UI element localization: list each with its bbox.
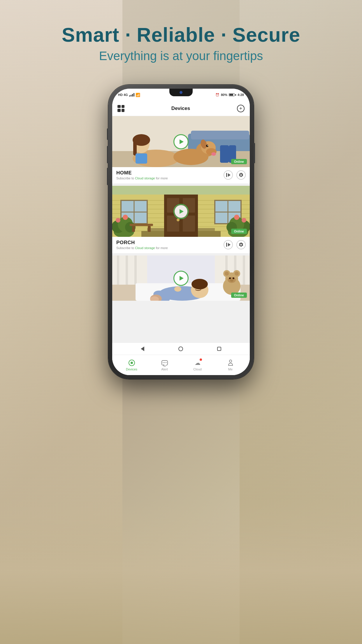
- svg-point-50: [116, 218, 120, 223]
- grid-cell-4: [122, 109, 125, 112]
- svg-rect-60: [148, 226, 151, 232]
- nursery-online-badge: Online: [231, 293, 247, 298]
- android-navbar-area: [112, 346, 250, 351]
- camera-dot: [131, 362, 133, 364]
- porch-play-button[interactable]: [175, 205, 187, 218]
- chat-bubble-icon: [161, 360, 168, 365]
- svg-point-14: [211, 152, 216, 156]
- camera-sub-home: Subscribe to Cloud storage for more: [116, 176, 224, 180]
- svg-point-84: [225, 272, 229, 276]
- chat-dot-1: [163, 362, 164, 363]
- svg-point-51: [123, 215, 128, 220]
- devices-nav-icon: [128, 359, 136, 367]
- camera-info-left-porch: PORCH Subscribe to Cloud storage for mor…: [116, 240, 224, 250]
- person-head: [229, 360, 232, 363]
- cloud-link-home[interactable]: Cloud storage: [135, 176, 155, 180]
- sub-prefix-home: Subscribe to: [116, 176, 135, 180]
- nav-item-cloud[interactable]: ☁ Cloud: [181, 359, 214, 371]
- playback-triangle-home: [228, 173, 231, 177]
- nav-item-me[interactable]: Me: [214, 359, 247, 371]
- sub-suffix-home: for more: [155, 176, 168, 180]
- porch-playback-button[interactable]: [224, 240, 233, 249]
- playback-composite-porch: [226, 243, 231, 247]
- nav-label-cloud: Cloud: [193, 368, 202, 371]
- porch-play-ring: [173, 204, 189, 219]
- battery-pct: 80%: [221, 93, 227, 97]
- time-display: 4:28: [238, 93, 244, 97]
- status-left: HD 4G 📶: [118, 93, 140, 97]
- home-settings-button[interactable]: [236, 170, 246, 180]
- battery-tip: [235, 94, 236, 96]
- phone-outer: HD 4G 📶 ⏰ 80%: [108, 85, 254, 379]
- home-online-badge: Online: [231, 159, 247, 164]
- battery-fill: [229, 94, 233, 96]
- camera-name-home: HOME: [116, 170, 224, 176]
- recents-button[interactable]: [217, 347, 221, 351]
- power-button: [254, 143, 255, 163]
- playback-bar-home: [226, 173, 227, 177]
- phone-wrapper: HD 4G 📶 ⏰ 80%: [108, 85, 254, 379]
- me-nav-icon: [227, 359, 234, 367]
- add-device-button[interactable]: +: [237, 105, 245, 112]
- camera-card-nursery: Online: [112, 256, 250, 301]
- svg-point-79: [174, 286, 181, 292]
- alert-nav-icon: [161, 359, 168, 367]
- cloud-icon: ☁: [195, 359, 201, 366]
- signal-bar-4: [133, 93, 134, 97]
- playback-bar-porch: [226, 243, 227, 247]
- nav-item-alert[interactable]: Alert: [148, 359, 181, 371]
- battery-icon: [229, 93, 236, 96]
- chat-dot-3: [166, 362, 166, 363]
- status-right: ⏰ 80% 4:28: [215, 93, 244, 97]
- signal-bar-1: [129, 95, 130, 97]
- home-gear-icon: [238, 172, 244, 178]
- person-body: [228, 363, 233, 366]
- camera-thumb-porch[interactable]: Online: [112, 186, 250, 237]
- svg-point-57: [234, 215, 239, 220]
- home-play-button[interactable]: [175, 135, 187, 148]
- signal-bars: [129, 93, 134, 97]
- playback-composite-home: [226, 173, 231, 177]
- svg-point-89: [230, 279, 233, 282]
- svg-point-17: [208, 145, 208, 146]
- phone-screen: HD 4G 📶 ⏰ 80%: [112, 89, 250, 375]
- chat-dot-2: [164, 362, 165, 363]
- svg-point-85: [235, 272, 239, 276]
- signal-bar-2: [131, 95, 131, 97]
- svg-rect-8: [133, 141, 137, 155]
- porch-online-badge: Online: [231, 229, 247, 234]
- chat-dots: [163, 362, 166, 363]
- alarm-icon: ⏰: [215, 93, 219, 97]
- back-button[interactable]: [141, 346, 144, 351]
- home-playback-button[interactable]: [224, 170, 233, 180]
- sub-prefix-porch: Subscribe to: [116, 246, 135, 250]
- camera-sub-porch: Subscribe to Cloud storage for more: [116, 246, 224, 250]
- nursery-play-button[interactable]: [175, 272, 187, 285]
- camera-thumb-nursery[interactable]: Online: [112, 256, 250, 301]
- signal-bar-3: [132, 94, 133, 97]
- headline-sub: Everything is at your fingertips: [0, 49, 362, 63]
- camera-info-home: HOME Subscribe to Cloud storage for more: [112, 167, 250, 183]
- bg-floor: [0, 498, 362, 644]
- svg-point-37: [177, 218, 180, 221]
- android-nav: [112, 342, 250, 355]
- svg-rect-58: [130, 224, 153, 226]
- camera-card-home: Online HOME Subscribe to Cloud storage f…: [112, 116, 250, 183]
- grid-cell-1: [117, 105, 121, 108]
- porch-settings-button[interactable]: [236, 240, 246, 249]
- camera-thumb-home[interactable]: Online: [112, 116, 250, 167]
- person-icon: [228, 360, 233, 366]
- porch-gear-icon: [238, 242, 244, 247]
- home-button[interactable]: [178, 346, 183, 351]
- notch: [169, 89, 193, 96]
- nursery-play-ring: [173, 271, 189, 286]
- nav-label-alert: Alert: [161, 368, 168, 371]
- camera-info-porch: PORCH Subscribe to Cloud storage for mor…: [112, 237, 250, 253]
- cloud-link-porch[interactable]: Cloud storage: [135, 246, 155, 250]
- headline-main: Smart · Reliable · Secure: [0, 23, 362, 46]
- nav-item-devices[interactable]: Devices: [115, 359, 148, 371]
- svg-rect-59: [132, 226, 135, 232]
- grid-view-icon[interactable]: [117, 105, 124, 112]
- vol-down-button: [107, 168, 108, 185]
- battery-body: [229, 93, 235, 96]
